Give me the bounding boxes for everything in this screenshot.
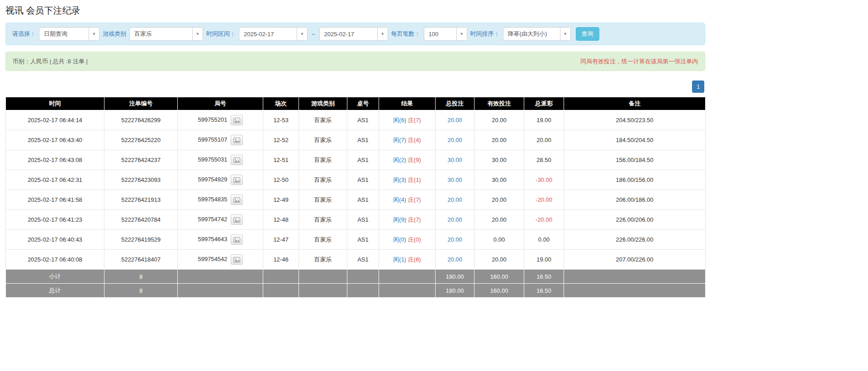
header-result: 结果 (379, 97, 436, 110)
cell-valid-bet: 20.00 (474, 110, 524, 130)
cell-total-bet: 20.00 (436, 190, 474, 210)
table-row: 2025-02-17 06:44:14 522276426299 5997552… (6, 110, 706, 130)
game-record-icon (233, 157, 240, 163)
search-button[interactable]: 查询 (576, 27, 599, 41)
page-size-label: 每页笔数： (391, 30, 421, 38)
total-bet-link[interactable]: 20.00 (447, 236, 462, 243)
query-type-select[interactable]: 日期查询 ▼ (39, 27, 100, 41)
total-label: 总计 (6, 284, 104, 298)
round-id: 599754835 (198, 196, 227, 203)
round-detail-button[interactable] (231, 254, 243, 265)
result-player: 闲(4) (393, 196, 406, 203)
game-type-select[interactable]: 百家乐 ▼ (129, 27, 203, 41)
round-detail-button[interactable] (231, 214, 243, 225)
result-banker: 庄(7) (408, 117, 421, 124)
summary-bar: 币别：人民币 | 总共 :8 注单 | 同局有效投注，统一计算在该局第一张注单内 (5, 52, 705, 71)
sort-order-select[interactable]: 降幂(由大到小) ▼ (503, 27, 571, 41)
cell-payout: -20.00 (524, 210, 564, 230)
cell-remark: 226.00/206.00 (564, 210, 706, 230)
date-from-input[interactable]: 2025-02-17 ▼ (239, 27, 308, 41)
chevron-down-icon[interactable]: ▼ (560, 28, 570, 40)
cell-session: 12-50 (263, 170, 299, 190)
result-banker: 庄(0) (408, 236, 421, 243)
chevron-down-icon[interactable]: ▼ (377, 28, 388, 40)
cell-game-type: 百家乐 (299, 190, 347, 210)
date-to-input[interactable]: 2025-02-17 ▼ (319, 27, 388, 41)
round-detail-button[interactable] (231, 155, 243, 165)
page-size-value: 100 (424, 28, 456, 40)
cell-game-type: 百家乐 (299, 110, 347, 130)
cell-total-bet: 20.00 (436, 210, 474, 230)
game-type-value: 百家乐 (130, 28, 192, 40)
cell-time: 2025-02-17 06:40:43 (6, 230, 104, 250)
cell-result: 闲(6) 庄(7) (379, 110, 436, 130)
total-row: 总计 8 180.00 160.00 16.50 (6, 284, 706, 298)
cell-game-type: 百家乐 (299, 210, 347, 230)
result-player: 闲(9) (393, 216, 406, 223)
cell-round: 599754929 (178, 170, 263, 190)
pagination-page-1[interactable]: 1 (692, 81, 704, 93)
round-id: 599755107 (198, 136, 227, 143)
header-game-type: 游戏类别 (299, 97, 347, 110)
result-banker: 庄(7) (408, 196, 421, 203)
header-payout: 总派彩 (524, 97, 564, 110)
result-banker: 庄(1) (408, 176, 421, 183)
cell-time: 2025-02-17 06:43:08 (6, 150, 104, 170)
cell-result: 闲(9) 庄(7) (379, 210, 436, 230)
cell-bet-id: 522276418407 (104, 250, 178, 270)
query-type-label: 请选择： (12, 30, 36, 38)
result-banker: 庄(4) (408, 137, 421, 143)
total-bet-link[interactable]: 20.00 (447, 216, 462, 223)
cell-game-type: 百家乐 (299, 130, 347, 150)
chevron-down-icon[interactable]: ▼ (297, 28, 307, 40)
cell-result: 闲(1) 庄(6) (379, 250, 436, 270)
cell-payout: -20.00 (524, 190, 564, 210)
subtotal-count: 8 (104, 270, 178, 284)
result-banker: 庄(6) (408, 256, 421, 263)
cell-total-bet: 20.00 (436, 110, 474, 130)
table-header: 时间 注单编号 局号 场次 游戏类别 桌号 结果 总投注 有效投注 总派彩 备注 (6, 97, 706, 110)
cell-result: 闲(0) 庄(0) (379, 230, 436, 250)
cell-result: 闲(7) 庄(4) (379, 130, 436, 150)
round-detail-button[interactable] (231, 135, 243, 145)
round-detail-button[interactable] (231, 175, 243, 185)
table-row: 2025-02-17 06:40:43 522276419529 5997546… (6, 230, 706, 250)
round-detail-button[interactable] (231, 115, 243, 125)
cell-bet-id: 522276423093 (104, 170, 178, 190)
cell-valid-bet: 20.00 (474, 250, 524, 270)
result-player: 闲(3) (393, 176, 406, 183)
pagination: 1 (5, 81, 704, 93)
round-id: 599754542 (198, 256, 227, 262)
total-bet-link[interactable]: 30.00 (447, 176, 462, 183)
query-type-value: 日期查询 (39, 28, 89, 40)
chevron-down-icon[interactable]: ▼ (89, 28, 99, 40)
table-row: 2025-02-17 06:42:31 522276423093 5997549… (6, 170, 706, 190)
cell-game-type: 百家乐 (299, 170, 347, 190)
game-record-icon (233, 138, 240, 143)
cell-round: 599754835 (178, 190, 263, 210)
cell-valid-bet: 20.00 (474, 210, 524, 230)
date-range-tilde: ~ (311, 31, 316, 38)
total-bet-link[interactable]: 20.00 (447, 137, 462, 143)
header-remark: 备注 (564, 97, 706, 110)
total-bet-link[interactable]: 20.00 (447, 117, 462, 124)
game-record-icon (233, 237, 240, 243)
chevron-down-icon[interactable]: ▼ (456, 28, 467, 40)
cell-round: 599754643 (178, 230, 263, 250)
cell-table-no: AS1 (347, 210, 379, 230)
cell-time: 2025-02-17 06:40:08 (6, 250, 104, 270)
round-detail-button[interactable] (231, 234, 243, 245)
chevron-down-icon[interactable]: ▼ (192, 28, 203, 40)
cell-game-type: 百家乐 (299, 230, 347, 250)
table-footer: 小计 8 180.00 160.00 16.50 总计 8 1 (6, 270, 706, 298)
cell-time: 2025-02-17 06:44:14 (6, 110, 104, 130)
round-id: 599755201 (198, 116, 227, 123)
page-size-select[interactable]: 100 ▼ (424, 27, 467, 41)
total-bet-link[interactable]: 20.00 (447, 196, 462, 203)
round-detail-button[interactable] (231, 195, 243, 205)
total-bet-link[interactable]: 20.00 (447, 256, 462, 263)
cell-valid-bet: 20.00 (474, 190, 524, 210)
header-session: 场次 (263, 97, 299, 110)
cell-session: 12-48 (263, 210, 299, 230)
total-bet-link[interactable]: 30.00 (447, 157, 462, 163)
